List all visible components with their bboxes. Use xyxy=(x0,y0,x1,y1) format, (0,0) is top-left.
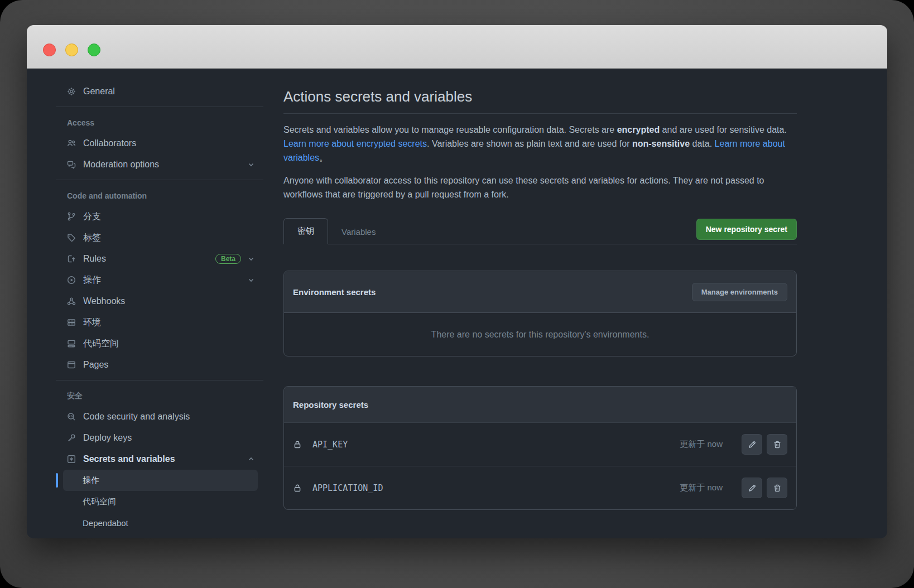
asterisk-box-icon xyxy=(67,455,76,464)
sidebar-item-label: Pages xyxy=(83,360,256,370)
intro-bold-non-sensitive: non-sensitive xyxy=(632,139,690,148)
sidebar-item-label: 代码空间 xyxy=(83,338,256,350)
section-divider xyxy=(56,380,263,380)
sidebar-item-tags[interactable]: 标签 xyxy=(56,227,263,248)
sidebar-item-label: Secrets and variables xyxy=(83,454,247,464)
environment-secrets-box: Environment secrets Manage environments … xyxy=(283,271,797,356)
repository-secrets-title: Repository secrets xyxy=(293,400,368,409)
sidebar-item-deploy-keys[interactable]: Deploy keys xyxy=(56,427,263,449)
people-icon xyxy=(67,139,76,148)
sidebar-item-label: 操作 xyxy=(83,274,247,286)
secret-name: API_KEY xyxy=(312,440,348,450)
comment-discussion-icon xyxy=(67,160,76,169)
sidebar-item-label: Moderation options xyxy=(83,160,247,170)
sidebar-item-environments[interactable]: 环境 xyxy=(56,312,263,333)
repository-secrets-header: Repository secrets xyxy=(284,387,796,422)
rules-icon xyxy=(67,254,76,263)
lock-icon xyxy=(293,484,302,493)
server-icon xyxy=(67,318,76,327)
intro-text: data. xyxy=(690,139,714,148)
webhook-icon xyxy=(67,297,76,306)
sidebar-subitem-actions-secrets[interactable]: 操作 xyxy=(63,470,258,491)
chevron-down-icon xyxy=(247,254,256,263)
secret-row: APPLICATION_ID 更新于 now xyxy=(284,466,796,509)
lock-icon xyxy=(293,440,302,449)
sidebar-subitem-dependabot-secrets[interactable]: Dependabot xyxy=(63,512,258,533)
tab-variables[interactable]: Variables xyxy=(328,220,389,244)
desktop-backdrop: General Access Collaborators xyxy=(0,0,914,588)
sidebar-section-code-automation: Code and automation xyxy=(56,187,263,205)
page-title: Actions secrets and variables xyxy=(283,88,797,114)
sidebar-subitem-label: Dependabot xyxy=(83,518,128,528)
sidebar-item-secrets-variables[interactable]: Secrets and variables xyxy=(56,449,263,470)
collaborator-access-paragraph: Anyone with collaborator access to this … xyxy=(283,173,797,201)
sidebar-subitem-codespaces-secrets[interactable]: 代码空间 xyxy=(63,491,258,512)
sidebar-section-security: 安全 xyxy=(56,387,263,405)
edit-secret-button[interactable] xyxy=(742,434,762,455)
intro-text: Secrets and variables allow you to manag… xyxy=(283,125,617,134)
settings-sidebar: General Access Collaborators xyxy=(27,69,273,538)
tag-icon xyxy=(67,233,76,242)
manage-environments-button[interactable]: Manage environments xyxy=(692,283,787,301)
beta-badge: Beta xyxy=(215,254,241,264)
environment-secrets-header: Environment secrets Manage environments xyxy=(284,271,796,313)
sidebar-item-rules[interactable]: Rules Beta xyxy=(56,248,263,269)
git-branch-icon xyxy=(67,212,76,221)
window-titlebar xyxy=(27,25,887,69)
delete-secret-button[interactable] xyxy=(767,434,787,455)
traffic-lights xyxy=(43,44,100,56)
sidebar-item-codespaces[interactable]: 代码空间 xyxy=(56,333,263,354)
section-divider xyxy=(56,180,263,180)
sidebar-item-label: Webhooks xyxy=(83,296,256,306)
trash-icon xyxy=(773,440,782,449)
gear-icon xyxy=(67,87,76,96)
section-divider xyxy=(56,107,263,107)
sidebar-item-actions[interactable]: 操作 xyxy=(56,269,263,291)
settings-page: General Access Collaborators xyxy=(27,69,887,538)
pencil-icon xyxy=(748,484,757,493)
sidebar-item-general[interactable]: General xyxy=(56,81,263,102)
secrets-variables-tabbar: 密钥 Variables New repository secret xyxy=(283,218,797,244)
sidebar-item-branches[interactable]: 分支 xyxy=(56,206,263,227)
app-window: General Access Collaborators xyxy=(27,25,887,538)
browser-icon xyxy=(67,360,76,369)
codespaces-icon xyxy=(67,339,76,348)
new-repository-secret-button[interactable]: New repository secret xyxy=(696,219,797,240)
sidebar-item-collaborators[interactable]: Collaborators xyxy=(56,133,263,154)
trash-icon xyxy=(773,484,782,493)
edit-secret-button[interactable] xyxy=(742,478,762,498)
intro-text: . Variables are shown as plain text and … xyxy=(427,139,632,148)
intro-text: and are used for sensitive data. xyxy=(660,125,787,134)
minimize-window-button[interactable] xyxy=(65,44,78,56)
main-content: Actions secrets and variables Secrets an… xyxy=(283,69,797,538)
code-scan-icon xyxy=(67,412,76,421)
key-icon xyxy=(67,433,76,442)
sidebar-item-label: General xyxy=(83,86,256,97)
sidebar-item-pages[interactable]: Pages xyxy=(56,354,263,375)
pencil-icon xyxy=(748,440,757,449)
repository-secrets-box: Repository secrets API_KEY 更新于 now xyxy=(283,386,797,510)
zoom-window-button[interactable] xyxy=(88,44,100,56)
secret-row: API_KEY 更新于 now xyxy=(284,422,796,466)
link-encrypted-secrets[interactable]: Learn more about encrypted secrets xyxy=(283,139,427,148)
delete-secret-button[interactable] xyxy=(767,478,787,498)
tab-secrets[interactable]: 密钥 xyxy=(283,218,328,244)
sidebar-item-label: Deploy keys xyxy=(83,433,256,443)
sidebar-item-label: 环境 xyxy=(83,317,256,329)
sidebar-item-moderation-options[interactable]: Moderation options xyxy=(56,154,263,175)
environment-secrets-empty-message: There are no secrets for this repository… xyxy=(284,313,796,356)
secret-updated-label: 更新于 now xyxy=(680,439,723,450)
close-window-button[interactable] xyxy=(43,44,56,56)
intro-paragraph: Secrets and variables allow you to manag… xyxy=(283,123,797,165)
sidebar-item-webhooks[interactable]: Webhooks xyxy=(56,291,263,312)
sidebar-item-code-security[interactable]: Code security and analysis xyxy=(56,406,263,427)
sidebar-item-label: 标签 xyxy=(83,232,256,244)
sidebar-section-access: Access xyxy=(56,114,263,132)
chevron-down-icon xyxy=(247,160,256,169)
sidebar-subitem-label: 代码空间 xyxy=(83,497,116,507)
sidebar-item-label: Code security and analysis xyxy=(83,412,256,422)
play-icon xyxy=(67,276,76,285)
intro-bold-encrypted: encrypted xyxy=(617,125,660,134)
sidebar-item-label: 分支 xyxy=(83,211,256,223)
sidebar-subitem-label: 操作 xyxy=(83,475,99,486)
